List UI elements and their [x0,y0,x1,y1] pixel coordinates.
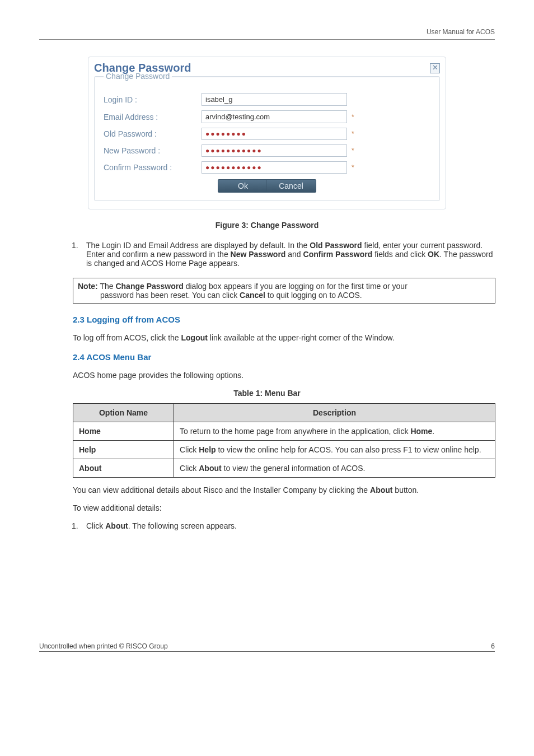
header-right-text: User Manual for ACOS [39,28,495,40]
page-number: 6 [491,642,495,650]
footer-left: Uncontrolled when printed © RISCO Group [39,642,168,650]
email-label: Email Address : [104,113,202,122]
list-marker: 1. [72,521,86,530]
close-icon[interactable]: ✕ [430,63,440,73]
required-asterisk-icon: * [352,113,354,121]
footer: Uncontrolled when printed © RISCO Group … [39,642,495,652]
table-caption: Table 1: Menu Bar [39,389,495,398]
email-input[interactable]: arvind@testing.com [202,110,347,123]
paragraph: To view additional details: [73,503,495,512]
table-row: About Click About to view the general in… [73,459,495,478]
section-heading-2-4: 2.4 ACOS Menu Bar [73,352,495,362]
ordered-list-item: 1.The Login ID and Email Address are dis… [39,241,495,268]
required-asterisk-icon: * [352,147,354,155]
ordered-list-item: 1.Click About. The following screen appe… [39,521,495,530]
change-password-dialog: Change Password ✕ Change Password Login … [88,57,446,209]
paragraph: To log off from ACOS, click the Logout l… [73,333,495,342]
menu-bar-table: Option Name Description Home To return t… [73,403,495,478]
paragraph: ACOS home page provides the following op… [73,371,495,380]
paragraph: You can view additional details about Ri… [73,486,495,494]
login-id-label: Login ID : [104,95,202,104]
ok-button[interactable]: Ok [218,179,268,193]
old-password-label: Old Password : [104,129,202,138]
cancel-button[interactable]: Cancel [266,179,316,193]
confirm-password-input[interactable]: ●●●●●●●●●●● [202,161,347,174]
table-row: Help Click Help to view the online help … [73,441,495,459]
required-asterisk-icon: * [352,164,354,171]
table-header-option: Option Name [73,404,174,422]
table-header-description: Description [174,404,495,422]
section-heading-2-3: 2.3 Logging off from ACOS [73,315,495,324]
fieldset-legend: Change Password [104,72,172,81]
table-row: Home To return to the home page from any… [73,422,495,441]
list-marker: 1. [72,241,86,250]
login-id-input[interactable]: isabel_g [202,93,347,106]
old-password-input[interactable]: ●●●●●●●● [202,128,347,140]
new-password-label: New Password : [104,146,202,155]
note-box: Note: The Change Password dialog box app… [73,278,495,304]
confirm-password-label: Confirm Password : [104,163,202,172]
new-password-input[interactable]: ●●●●●●●●●●● [202,144,347,157]
required-asterisk-icon: * [352,130,354,138]
figure-caption: Figure 3: Change Password [39,221,495,230]
